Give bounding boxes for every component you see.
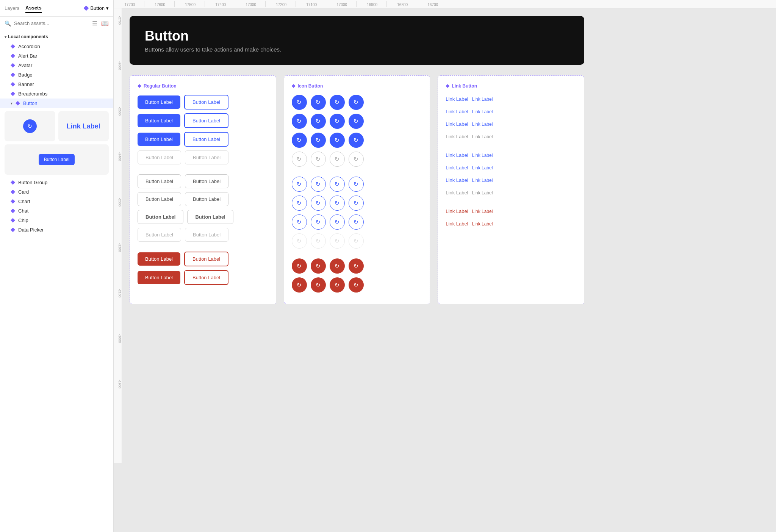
icon-btn-blue-3[interactable]: ↻: [330, 95, 345, 110]
icon-btn-ghost-light-1[interactable]: ↻: [292, 233, 307, 249]
icon-btn-danger-5[interactable]: ↻: [292, 277, 307, 293]
link-btn-red-2[interactable]: Link Label: [446, 219, 468, 228]
link-btn-blue-sm-6[interactable]: Link Label: [472, 176, 493, 185]
link-btn-blue-sm-4[interactable]: Link Label: [472, 151, 493, 160]
btn-ghost-4[interactable]: Button Label: [185, 192, 228, 206]
icon-btn-blue-8[interactable]: ↻: [349, 114, 364, 129]
btn-filled-outline-1[interactable]: Button Label: [184, 95, 228, 110]
sidebar-item-button[interactable]: ▾ Button: [0, 99, 113, 108]
sidebar-item-breadcrumbs[interactable]: Breadcrumbs: [0, 89, 113, 99]
icon-btn-ghost-light-3[interactable]: ↻: [330, 233, 345, 249]
link-btn-blue-sm-2[interactable]: Link Label: [472, 108, 493, 116]
link-btn-blue-2[interactable]: Link Label: [446, 107, 468, 116]
icon-btn-ghost-4[interactable]: ↻: [349, 152, 364, 167]
tab-layers[interactable]: Layers: [5, 4, 19, 13]
btn-ghost-light-2[interactable]: Button Label: [185, 150, 228, 164]
icon-btn-danger-3[interactable]: ↻: [330, 258, 345, 274]
link-preview-card[interactable]: Link Label: [58, 111, 109, 141]
icon-btn-blue-4[interactable]: ↻: [349, 95, 364, 110]
link-btn-gray-sm-2[interactable]: Link Label: [472, 189, 493, 197]
link-btn-gray-2[interactable]: Link Label: [446, 188, 468, 197]
icon-btn-ghost-1[interactable]: ↻: [292, 152, 307, 167]
sidebar-item-card[interactable]: Card: [0, 187, 113, 197]
icon-btn-outline-12[interactable]: ↻: [349, 214, 364, 230]
link-btn-blue-sm-1[interactable]: Link Label: [472, 95, 493, 103]
link-btn-blue-1[interactable]: Link Label: [446, 95, 468, 103]
btn-filled-3[interactable]: Button Label: [138, 133, 180, 146]
icon-btn-blue-1[interactable]: ↻: [292, 95, 307, 110]
icon-btn-outline-1[interactable]: ↻: [292, 177, 307, 192]
sidebar-item-chart[interactable]: Chart: [0, 197, 113, 206]
link-btn-red-sm-2[interactable]: Link Label: [472, 220, 493, 228]
link-btn-blue-4[interactable]: Link Label: [446, 151, 468, 160]
btn-ghost-bold-1[interactable]: Button Label: [138, 210, 183, 224]
icon-btn-blue-2[interactable]: ↻: [311, 95, 326, 110]
link-btn-blue-5[interactable]: Link Label: [446, 163, 468, 172]
btn-ghost-3[interactable]: Button Label: [138, 192, 181, 206]
icon-btn-blue-9[interactable]: ↻: [292, 133, 307, 148]
link-btn-gray-sm-1[interactable]: Link Label: [472, 133, 493, 141]
btn-danger-outline-2[interactable]: Button Label: [184, 270, 228, 285]
icon-btn-outline-4[interactable]: ↻: [349, 177, 364, 192]
icon-btn-danger-1[interactable]: ↻: [292, 258, 307, 274]
icon-btn-danger-8[interactable]: ↻: [349, 277, 364, 293]
btn-danger-2[interactable]: Button Label: [138, 271, 180, 284]
icon-btn-blue-7[interactable]: ↻: [330, 114, 345, 129]
icon-btn-preview-card[interactable]: ↻: [5, 111, 55, 141]
btn-ghost-1[interactable]: Button Label: [138, 174, 181, 188]
btn-ghost-light-1[interactable]: Button Label: [138, 150, 181, 164]
sidebar-item-data-picker[interactable]: Data Picker: [0, 225, 113, 235]
filled-btn-preview[interactable]: Button Label: [39, 154, 75, 165]
icon-btn-danger-6[interactable]: ↻: [311, 277, 326, 293]
btn-ghost-bold-2[interactable]: Button Label: [187, 210, 233, 224]
icon-btn-outline-5[interactable]: ↻: [292, 196, 307, 211]
list-icon[interactable]: ☰: [92, 20, 97, 27]
filled-btn-preview-card[interactable]: Button Label: [5, 144, 109, 175]
icon-btn-outline-7[interactable]: ↻: [330, 196, 345, 211]
link-btn-red-sm-1[interactable]: Link Label: [472, 207, 493, 216]
link-btn-red-1[interactable]: Link Label: [446, 207, 468, 216]
book-icon[interactable]: 📖: [101, 20, 109, 27]
sidebar-item-badge[interactable]: Badge: [0, 70, 113, 80]
icon-btn-ghost-light-2[interactable]: ↻: [311, 233, 326, 249]
icon-btn-outline-8[interactable]: ↻: [349, 196, 364, 211]
sidebar-item-alert-bar[interactable]: Alert Bar: [0, 51, 113, 61]
btn-ghost-light-4[interactable]: Button Label: [185, 228, 228, 242]
icon-btn-danger-2[interactable]: ↻: [311, 258, 326, 274]
sidebar-item-button-group[interactable]: Button Group: [0, 178, 113, 187]
btn-danger-1[interactable]: Button Label: [138, 252, 180, 266]
sidebar-item-chat[interactable]: Chat: [0, 206, 113, 216]
link-btn-blue-sm-5[interactable]: Link Label: [472, 164, 493, 172]
icon-btn-ghost-2[interactable]: ↻: [311, 152, 326, 167]
icon-btn-ghost-light-4[interactable]: ↻: [349, 233, 364, 249]
icon-btn-outline-9[interactable]: ↻: [292, 214, 307, 230]
sidebar-item-chip[interactable]: Chip: [0, 216, 113, 225]
icon-btn-blue-12[interactable]: ↻: [349, 133, 364, 148]
tab-assets[interactable]: Assets: [25, 3, 42, 13]
icon-btn-blue-5[interactable]: ↻: [292, 114, 307, 129]
icon-btn-outline-2[interactable]: ↻: [311, 177, 326, 192]
btn-filled-2[interactable]: Button Label: [138, 114, 180, 127]
icon-btn-danger-7[interactable]: ↻: [330, 277, 345, 293]
link-btn-blue-sm-3[interactable]: Link Label: [472, 120, 493, 128]
sidebar-item-accordion[interactable]: Accordion: [0, 42, 113, 51]
sidebar-item-banner[interactable]: Banner: [0, 80, 113, 89]
search-input[interactable]: [14, 20, 89, 26]
btn-ghost-light-3[interactable]: Button Label: [138, 228, 181, 242]
icon-btn-outline-10[interactable]: ↻: [311, 214, 326, 230]
btn-filled-1[interactable]: Button Label: [138, 95, 180, 109]
btn-danger-outline-1[interactable]: Button Label: [184, 252, 228, 266]
icon-btn-ghost-3[interactable]: ↻: [330, 152, 345, 167]
breadcrumb[interactable]: Button ▾: [83, 5, 109, 11]
btn-filled-outline-2[interactable]: Button Label: [184, 113, 228, 128]
link-btn-gray-1[interactable]: Link Label: [446, 132, 468, 141]
icon-btn-danger-4[interactable]: ↻: [349, 258, 364, 274]
icon-btn-outline-3[interactable]: ↻: [330, 177, 345, 192]
icon-btn-outline-6[interactable]: ↻: [311, 196, 326, 211]
link-btn-blue-3[interactable]: Link Label: [446, 120, 468, 128]
icon-btn-preview[interactable]: ↻: [23, 119, 37, 133]
icon-btn-blue-6[interactable]: ↻: [311, 114, 326, 129]
icon-btn-outline-11[interactable]: ↻: [330, 214, 345, 230]
btn-filled-outline-3[interactable]: Button Label: [184, 132, 228, 147]
local-components-header[interactable]: ▾ Local components: [0, 30, 113, 42]
